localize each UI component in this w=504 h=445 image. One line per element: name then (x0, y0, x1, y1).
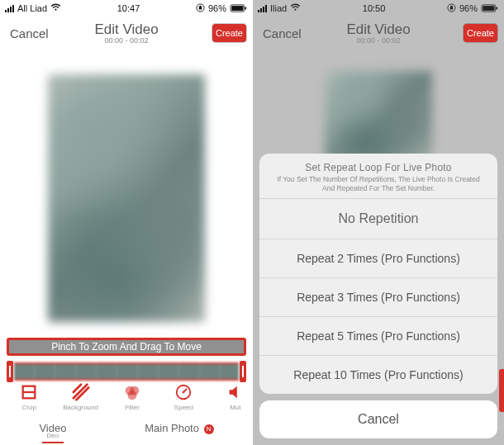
tool-speed[interactable]: Speed (158, 382, 209, 419)
new-badge: N (204, 424, 214, 434)
preview-image (48, 74, 205, 322)
nav-bar: Cancel Edit Video 00:00 - 00:02 Create (253, 17, 504, 50)
sheet-option-repeat-2[interactable]: Repeat 2 Times (Pro Functions) (259, 239, 497, 277)
tool-label: Crop (22, 404, 36, 411)
screen-edit-video: All Liad 10:47 96% Cancel Edit Video 0 (0, 0, 253, 445)
cancel-button[interactable]: Cancel (7, 23, 52, 44)
speed-icon (174, 382, 193, 402)
zoom-hint-overlay: Pinch To Zoom And Drag To Move (7, 338, 246, 356)
timeline-strip[interactable] (14, 362, 239, 381)
create-button[interactable]: Create (464, 24, 497, 42)
battery-percent: 96% (459, 3, 478, 13)
tool-label: Speed (174, 404, 193, 411)
wifi-icon (290, 3, 301, 13)
status-time: 10:47 (117, 3, 140, 13)
sheet-option-repeat-10[interactable]: Repeat 10 Times (Pro Functions) (259, 355, 497, 394)
tool-label: Filter (125, 404, 140, 411)
video-preview (253, 71, 504, 160)
tool-crop[interactable]: Crop (3, 382, 55, 419)
svg-rect-14 (483, 6, 494, 11)
video-preview[interactable] (0, 74, 253, 338)
wifi-icon (50, 3, 61, 13)
svg-point-8 (128, 391, 137, 400)
signal-icon (5, 5, 14, 12)
signal-icon (258, 5, 267, 12)
status-bar: All Liad 10:47 96% (0, 0, 253, 17)
svg-rect-3 (245, 7, 246, 9)
svg-point-11 (183, 391, 185, 394)
page-title: Edit Video (94, 21, 158, 38)
sheet-cancel-button[interactable]: Cancel (259, 400, 497, 438)
trim-handle-right[interactable] (240, 361, 246, 382)
create-button[interactable]: Create (212, 24, 246, 42)
svg-rect-2 (231, 6, 243, 11)
filter-icon (122, 382, 142, 402)
crop-icon (19, 382, 39, 402)
sheet-option-no-repetition[interactable]: No Repetition (259, 198, 497, 239)
tool-tab-row: Crop Background Filter Speed (0, 382, 253, 419)
battery-percent: 96% (208, 3, 226, 13)
nav-bar: Cancel Edit Video 00:00 - 00:02 Create (0, 17, 253, 50)
battery-icon (230, 4, 248, 12)
orientation-lock-icon (447, 3, 456, 14)
status-time: 10:50 (363, 3, 386, 13)
carrier-label: Iliad (270, 3, 287, 13)
screen-repeat-sheet: Iliad 10:50 96% Cancel Edit Video 00:0 (253, 0, 504, 445)
sheet-title: Set Repeat Loop For Live Photo (268, 162, 489, 173)
tool-label: Mut (230, 404, 240, 411)
preview-image (325, 71, 432, 160)
page-title: Edit Video (346, 21, 410, 38)
status-bar: Iliad 10:50 96% (253, 0, 504, 17)
tab-main-photo[interactable]: Main Photo N (145, 422, 213, 442)
sheet-desc: If You Set The Number Of Repetitions, Th… (268, 175, 489, 193)
tab-video[interactable]: Video Deo (39, 422, 66, 442)
tab-label: Main Photo (145, 422, 199, 434)
nav-title-block: Edit Video 00:00 - 00:02 (346, 21, 410, 45)
bottom-tab-row: Video Deo Main Photo N (0, 422, 253, 442)
speaker-icon (226, 382, 245, 402)
timeline[interactable] (7, 361, 246, 382)
tool-filter[interactable]: Filter (107, 382, 158, 419)
action-sheet-body: Set Repeat Loop For Live Photo If You Se… (259, 154, 497, 394)
edge-marker (499, 369, 504, 412)
stripes-icon (71, 382, 91, 402)
tool-label: Background (63, 404, 98, 411)
nav-title-block: Edit Video 00:00 - 00:02 (94, 21, 158, 45)
orientation-lock-icon (196, 3, 205, 14)
svg-rect-15 (497, 7, 498, 9)
sheet-option-repeat-3[interactable]: Repeat 3 Times (Pro Functions) (259, 277, 497, 316)
carrier-label: All Liad (17, 3, 47, 13)
cancel-button[interactable]: Cancel (259, 23, 305, 44)
sheet-option-repeat-5[interactable]: Repeat 5 Times (Pro Functions) (259, 316, 497, 355)
trim-handle-left[interactable] (7, 361, 13, 382)
action-sheet-header: Set Repeat Loop For Live Photo If You Se… (259, 154, 497, 198)
tool-background[interactable]: Background (55, 382, 106, 419)
battery-icon (481, 4, 499, 12)
action-sheet: Set Repeat Loop For Live Photo If You Se… (259, 154, 497, 438)
